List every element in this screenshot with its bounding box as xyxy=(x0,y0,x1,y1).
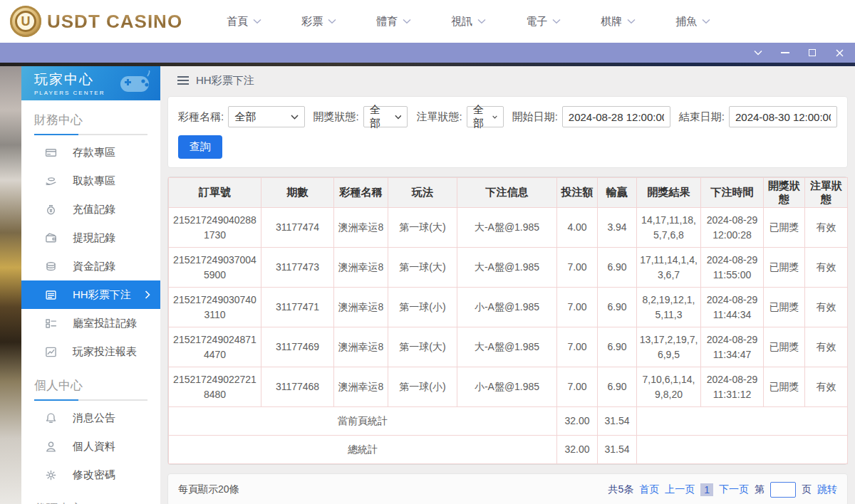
cell-order-status: 有效 xyxy=(805,208,848,248)
cell-bet-amount: 7.00 xyxy=(557,248,598,288)
nav-item-6[interactable]: 棋牌 xyxy=(601,15,636,28)
cell-draw-result: 14,17,11,18,5,7,6,8 xyxy=(637,208,701,248)
chevron-down-icon xyxy=(627,19,636,24)
nav-item-7[interactable]: 捕魚 xyxy=(675,15,710,28)
sidebar-item[interactable]: 消息公告 xyxy=(21,404,160,432)
jump-link[interactable]: 跳转 xyxy=(817,483,837,496)
cell-period: 31177474 xyxy=(261,208,334,248)
sidebar-item-label: 修改密碼 xyxy=(73,468,115,482)
nav-item-5[interactable]: 電子 xyxy=(526,15,561,28)
menu-toggle-icon[interactable] xyxy=(177,76,189,85)
section-title-3: 代理中心 xyxy=(21,489,160,504)
bets-table-panel: 訂單號期數彩種名稱玩法下注信息投注額輸贏開獎結果下注時間開獎狀態注單狀態 215… xyxy=(167,177,848,465)
cell-bet-amount: 7.00 xyxy=(557,367,598,407)
cell-win-loss: 3.94 xyxy=(598,208,637,248)
sidebar-item-label: 提現記錄 xyxy=(73,231,115,245)
sidebar-item[interactable]: 存款專區 xyxy=(21,138,160,167)
cell-draw-status: 已開獎 xyxy=(764,288,805,327)
window-close-icon[interactable] xyxy=(834,47,845,58)
page-suffix-label: 页 xyxy=(802,483,812,496)
cell-period: 31177468 xyxy=(261,367,334,407)
col-header-play-type: 玩法 xyxy=(388,178,457,208)
cell-lottery-name: 澳洲幸运8 xyxy=(334,327,388,367)
nav-item-label: 彩票 xyxy=(301,15,323,28)
lottery-name-select[interactable]: 全部 xyxy=(228,106,304,127)
cell-order-id: 2152172490227218480 xyxy=(169,367,261,407)
sidebar-item[interactable]: 取款專區 xyxy=(21,167,160,195)
deposit-card-icon xyxy=(44,146,57,159)
nav-item-label: 棋牌 xyxy=(601,15,622,28)
sidebar-item[interactable]: 廳室投註記錄 xyxy=(21,309,160,337)
summary-row: 總統計32.0031.54 xyxy=(169,436,848,464)
page-number-input[interactable] xyxy=(770,482,796,498)
sidebar-item[interactable]: 玩家投注報表 xyxy=(21,337,160,366)
brand-logo[interactable]: U USDT CASINO xyxy=(10,6,182,37)
sidebar-item-label: 資金記錄 xyxy=(73,260,115,273)
cell-bet-time: 2024-08-29 11:55:00 xyxy=(701,248,764,288)
table-row: 215217249037004590031177473澳洲幸运8第一球(大)大-… xyxy=(169,248,848,288)
cell-bet-time: 2024-08-29 11:44:34 xyxy=(701,288,764,327)
end-date-label: 結束日期: xyxy=(679,110,725,124)
nav-item-2[interactable]: 彩票 xyxy=(301,15,336,28)
pagination: 共5条 首页 上一页 1 下一页 第 页 跳转 xyxy=(608,482,837,498)
sidebar-item[interactable]: HH彩票下注 xyxy=(21,280,160,309)
sidebar-item[interactable]: 資金記錄 xyxy=(21,252,160,280)
order-status-select[interactable]: 全部 xyxy=(467,106,504,127)
sidebar-item[interactable]: 充值記錄 xyxy=(21,195,160,224)
lottery-name-label: 彩種名稱: xyxy=(178,110,224,124)
start-date-input[interactable] xyxy=(562,106,670,127)
cell-draw-status: 已開獎 xyxy=(764,208,805,248)
window-minimize-icon[interactable] xyxy=(779,47,791,58)
nav-item-label: 體育 xyxy=(376,15,398,28)
chevron-down-icon xyxy=(552,19,561,24)
total-count-text: 共5条 xyxy=(608,483,633,496)
cell-lottery-name: 澳洲幸运8 xyxy=(334,288,388,327)
sidebar-item[interactable]: 修改密碼 xyxy=(21,461,160,489)
cell-win-loss: 6.90 xyxy=(598,327,637,367)
breadcrumb: HH彩票下注 xyxy=(167,66,848,95)
cell-order-id: 2152172490307403110 xyxy=(169,288,261,327)
nav-item-3[interactable]: 體育 xyxy=(376,15,411,28)
cell-play-type: 第一球(大) xyxy=(388,327,457,367)
cell-bet-time: 2024-08-29 12:00:28 xyxy=(701,208,764,248)
sidebar-item-label: 消息公告 xyxy=(73,411,115,425)
next-page-link[interactable]: 下一页 xyxy=(719,483,749,496)
cell-bet-time: 2024-08-29 11:31:12 xyxy=(701,367,764,407)
section-underline xyxy=(34,399,147,401)
search-button[interactable]: 查詢 xyxy=(178,135,222,159)
background-wallpaper xyxy=(0,66,21,504)
cell-win-loss: 6.90 xyxy=(598,248,637,288)
gamepad-icon xyxy=(115,70,153,99)
col-header-order-id: 訂單號 xyxy=(169,178,261,208)
cell-draw-status: 已開獎 xyxy=(764,367,805,407)
end-date-input[interactable] xyxy=(729,106,837,127)
window-maximize-icon[interactable] xyxy=(807,47,818,58)
summary-winloss-total: 31.54 xyxy=(598,436,637,464)
sidebar-item[interactable]: 提現記錄 xyxy=(21,224,160,252)
section-title-2: 個人中心 xyxy=(21,366,160,399)
moneybag-icon xyxy=(44,203,57,216)
draw-status-select[interactable]: 全部 xyxy=(363,106,408,127)
cell-period: 31177473 xyxy=(261,248,334,288)
main-menu: 首頁彩票體育視訊電子棋牌捕魚 xyxy=(227,15,710,28)
section-underline xyxy=(34,134,147,135)
summary-row: 當前頁統計32.0031.54 xyxy=(169,407,848,436)
order-status-label: 注單狀態: xyxy=(416,110,462,124)
wallet-icon xyxy=(44,231,57,244)
nav-item-4[interactable]: 視訊 xyxy=(451,15,486,28)
prev-page-link[interactable]: 上一页 xyxy=(665,483,695,496)
sidebar-item-label: 玩家投注報表 xyxy=(73,345,137,359)
first-page-link[interactable]: 首页 xyxy=(639,483,659,496)
sidebar-item[interactable]: 個人資料 xyxy=(21,432,160,461)
page-title: HH彩票下注 xyxy=(196,74,254,88)
sidebar-item-label: 個人資料 xyxy=(73,440,115,453)
list-icon xyxy=(44,288,57,301)
cell-order-id: 2152172490370045900 xyxy=(169,248,261,288)
nav-item-1[interactable]: 首頁 xyxy=(227,15,261,28)
nav-item-label: 視訊 xyxy=(451,15,472,28)
col-header-win-loss: 輸贏 xyxy=(598,178,637,208)
sidebar-item-label: 充值記錄 xyxy=(73,203,115,216)
cell-bet-time: 2024-08-29 11:34:47 xyxy=(701,327,764,367)
window-dropdown-icon[interactable] xyxy=(752,47,764,58)
current-page-badge[interactable]: 1 xyxy=(700,483,713,496)
